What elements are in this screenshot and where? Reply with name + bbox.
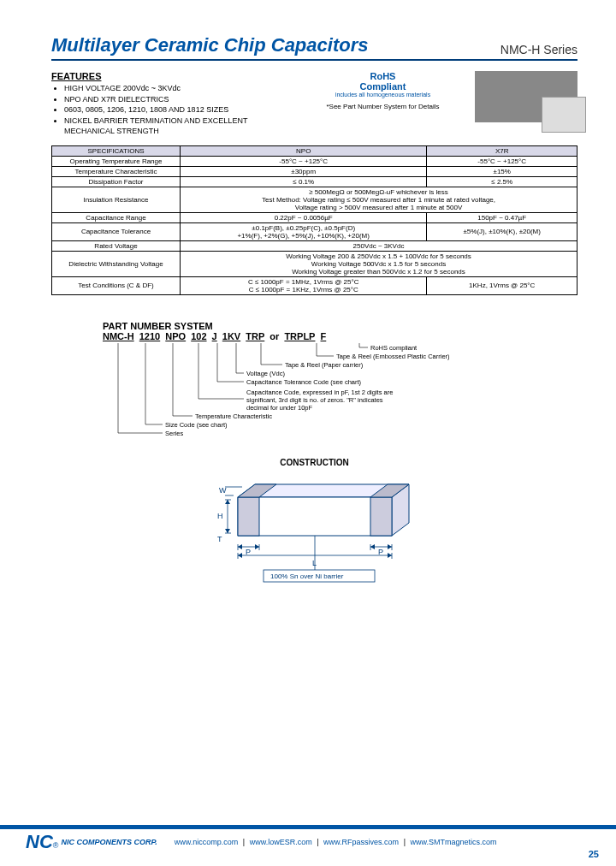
spec-cell: ≤ 2.5%: [427, 176, 578, 187]
pns-part: F: [321, 331, 327, 341]
pns-part: TRP: [246, 331, 264, 341]
footer-link[interactable]: www.niccomp.com: [175, 838, 239, 846]
spec-row-label: Temperature Characteristic: [52, 166, 181, 176]
dim-h: H: [217, 512, 223, 520]
pns-label: Capacitance Tolerance Code (see chart): [246, 378, 362, 386]
logo-reg: ®: [53, 841, 59, 850]
feature-item: NPO AND X7R DIELECTRICS: [64, 94, 291, 105]
spec-row-label: Rated Voltage: [52, 240, 181, 251]
svg-marker-7: [388, 544, 392, 549]
dim-w: W: [219, 486, 227, 495]
spec-table: SPECIFICATIONS NPO X7R Operating Tempera…: [51, 145, 578, 295]
spec-cell: 250Vdc ~ 3KVdc: [181, 240, 578, 251]
product-image: [475, 71, 578, 122]
dim-t: T: [217, 535, 222, 543]
rohs-subtitle: includes all homogeneous materials: [315, 92, 452, 98]
rohs-note: *See Part Number System for Details: [315, 103, 452, 110]
spec-cell: ≥ 500MegΩ or 500MegΩ-uF whichever is les…: [181, 187, 578, 212]
spec-row-label: Dissipation Factor: [52, 176, 181, 187]
spec-cell: 150pF ~ 0.47µF: [427, 212, 578, 222]
spec-row-label: Test Conditions (C & DF): [52, 276, 181, 294]
dim-p1: P: [246, 548, 251, 556]
feature-item: HIGH VOLTAGE 200Vdc ~ 3KVdc: [64, 83, 291, 94]
spec-cell: 1KHz, 1Vrms @ 25°C: [427, 276, 578, 294]
pns-label: Series: [165, 430, 184, 437]
pns-or: or: [270, 331, 279, 341]
pns-diagram: RoHS compliant Tape & Reel (Embossed Pla…: [103, 343, 530, 442]
pns-label: Capacitance Code, expressed in pF, 1st 2…: [246, 389, 393, 396]
spec-cell: Working Voltage 200 & 250Vdc x 1.5 + 100…: [181, 251, 578, 276]
construction-diagram: W H T P P L 100% Sn over Ni barrier: [178, 472, 452, 600]
spec-cell: ≤ 0.1%: [181, 176, 427, 187]
pns-part: TRPLP: [284, 331, 315, 341]
svg-marker-5: [255, 544, 259, 549]
footer-link[interactable]: www.RFpassives.com: [323, 838, 399, 846]
features-heading: FEATURES: [51, 71, 291, 81]
footer-links: www.niccomp.com | www.lowESR.com | www.R…: [175, 838, 497, 846]
pns-part: NMC-H: [103, 331, 134, 341]
svg-marker-9: [388, 553, 392, 558]
svg-marker-8: [238, 553, 242, 558]
logo-icon: NC: [26, 831, 53, 853]
dim-p2: P: [378, 548, 383, 556]
pns-label: Voltage (Vdc): [246, 370, 286, 377]
spec-cell: -55°C ~ +125°C: [427, 156, 578, 166]
rohs-compliant: Compliant: [315, 81, 452, 92]
page-title: Multilayer Ceramic Chip Capacitors: [51, 34, 368, 56]
spec-row-label: Insulation Resistance: [52, 187, 181, 212]
svg-rect-1: [370, 497, 392, 536]
svg-rect-0: [238, 497, 259, 536]
rohs-title: RoHS: [315, 71, 452, 81]
page-number: 25: [589, 849, 599, 859]
svg-marker-6: [370, 544, 375, 549]
spec-cell: C ≤ 1000pF = 1MHz, 1Vrms @ 25°C C ≤ 1000…: [181, 276, 427, 294]
footer: NC ® NIC COMPONENTS CORP. www.niccomp.co…: [0, 825, 616, 853]
feature-item: NICKEL BARRIER TERMINATION AND EXCELLENT…: [64, 116, 291, 137]
spec-row-label: Dielectric Withstanding Voltage: [52, 251, 181, 276]
pns-label: Tape & Reel (Paper carrier): [285, 361, 364, 369]
spec-row-label: Operating Temperature Range: [52, 156, 181, 166]
pns-label: significant, 3rd digit is no. of zeros. …: [246, 396, 383, 404]
feature-item: 0603, 0805, 1206, 1210, 1808 AND 1812 SI…: [64, 104, 291, 116]
footer-link[interactable]: www.lowESR.com: [250, 838, 312, 846]
pns-heading: PART NUMBER SYSTEM: [103, 321, 578, 331]
svg-marker-3: [225, 529, 230, 533]
spec-header: X7R: [427, 145, 578, 156]
spec-cell: 0.22pF ~ 0.0056µF: [181, 212, 427, 222]
spec-header: SPECIFICATIONS: [52, 145, 181, 156]
construction-heading: CONSTRUCTION: [51, 458, 578, 467]
svg-marker-4: [238, 544, 242, 549]
series-label: NMC-H Series: [500, 43, 578, 56]
spec-row-label: Capacitance Tolerance: [52, 222, 181, 240]
spec-cell: ±15%: [427, 166, 578, 176]
features-list: HIGH VOLTAGE 200Vdc ~ 3KVdc NPO AND X7R …: [51, 83, 291, 137]
footer-corp: NIC COMPONENTS CORP.: [61, 838, 157, 846]
pns-part: J: [212, 331, 217, 341]
pns-part: 1210: [139, 331, 160, 341]
pns-label: Size Code (see chart): [165, 421, 228, 429]
pns-label: Tape & Reel (Embossed Plastic Carrier): [336, 353, 450, 360]
pns-label: Temperature Characteristic: [195, 412, 272, 420]
pns-part: 1KV: [222, 331, 240, 341]
dim-l: L: [312, 559, 317, 567]
footer-link[interactable]: www.SMTmagnetics.com: [410, 838, 496, 846]
spec-cell: ±0.1pF(B), ±0.25pF(C), ±0.5pF(D) +1%(F),…: [181, 222, 427, 240]
pns-part: 102: [191, 331, 206, 341]
pns-code: NMC-H 1210 NPO 102 J 1KV TRP or TRPLP F: [103, 331, 578, 341]
spec-cell: ±30ppm: [181, 166, 427, 176]
svg-marker-2: [225, 500, 230, 504]
construction-note: 100% Sn over Ni barrier: [270, 572, 344, 580]
spec-row-label: Capacitance Range: [52, 212, 181, 222]
pns-part: NPO: [165, 331, 186, 341]
rohs-block: RoHS Compliant includes all homogeneous …: [315, 71, 452, 137]
pns-label: decimal for under 10pF: [246, 404, 313, 412]
spec-header: NPO: [181, 145, 427, 156]
spec-cell: -55°C ~ +125°C: [181, 156, 427, 166]
spec-cell: ±5%(J), ±10%(K), ±20(M): [427, 222, 578, 240]
pns-label: RoHS compliant: [370, 344, 418, 352]
